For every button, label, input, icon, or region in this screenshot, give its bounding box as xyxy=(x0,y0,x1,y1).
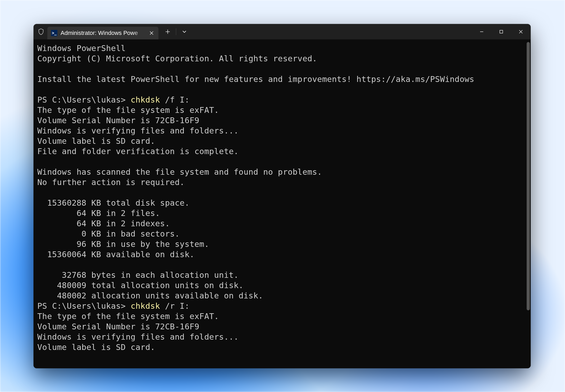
tab-powershell[interactable]: >_ Administrator: Windows Powe xyxy=(47,27,158,39)
terminal-line: 0 KB in bad sectors. xyxy=(37,229,524,239)
titlebar-divider xyxy=(176,28,176,35)
terminal-body[interactable]: Windows PowerShellCopyright (C) Microsof… xyxy=(34,39,531,368)
terminal-line: Volume Serial Number is 72CB-16F9 xyxy=(37,115,524,126)
terminal-line xyxy=(37,64,524,74)
terminal-line: Volume label is SD card. xyxy=(37,342,524,352)
terminal-line: PS C:\Users\lukas> chkdsk /r I: xyxy=(37,301,524,311)
terminal-line: 15360064 KB available on disk. xyxy=(37,249,524,260)
terminal-line: The type of the file system is exFAT. xyxy=(37,105,524,115)
terminal-line: Volume label is SD card. xyxy=(37,136,524,146)
close-window-button[interactable] xyxy=(511,24,531,39)
maximize-button[interactable] xyxy=(491,24,511,39)
command-name: chkdsk xyxy=(131,95,160,104)
terminal-line: The type of the file system is exFAT. xyxy=(37,311,524,321)
new-tab-button[interactable] xyxy=(161,24,175,39)
terminal-line xyxy=(37,156,524,167)
terminal-line xyxy=(37,260,524,270)
tab-close-button[interactable] xyxy=(148,30,155,36)
terminal-line: 480002 allocation units available on dis… xyxy=(37,290,524,301)
terminal-window: >_ Administrator: Windows Powe xyxy=(34,24,531,368)
terminal-line: 32768 bytes in each allocation unit. xyxy=(37,270,524,280)
terminal-line: File and folder verification is complete… xyxy=(37,146,524,156)
terminal-line: Install the latest PowerShell for new fe… xyxy=(37,74,524,84)
terminal-line: Copyright (C) Microsoft Corporation. All… xyxy=(37,53,524,64)
terminal-line: PS C:\Users\lukas> chkdsk /f I: xyxy=(37,95,524,105)
titlebar-tab-actions xyxy=(158,24,192,39)
terminal-line: No further action is required. xyxy=(37,177,524,187)
prompt-text: PS C:\Users\lukas> xyxy=(37,95,131,104)
titlebar[interactable]: >_ Administrator: Windows Powe xyxy=(34,24,531,39)
terminal-line: Volume Serial Number is 72CB-16F9 xyxy=(37,321,524,332)
terminal-output[interactable]: Windows PowerShellCopyright (C) Microsof… xyxy=(37,43,524,368)
window-controls xyxy=(472,24,531,39)
terminal-line: 15360288 KB total disk space. xyxy=(37,198,524,208)
svg-rect-5 xyxy=(500,30,503,33)
powershell-icon: >_ xyxy=(51,30,57,36)
admin-shield-icon xyxy=(37,28,45,35)
vertical-scrollbar-thumb[interactable] xyxy=(527,42,530,310)
command-args: /f I: xyxy=(160,95,189,104)
command-name: chkdsk xyxy=(131,301,160,311)
terminal-line: 64 KB in 2 files. xyxy=(37,208,524,218)
terminal-line: Windows PowerShell xyxy=(37,43,524,53)
minimize-button[interactable] xyxy=(472,24,491,39)
terminal-line: 480009 total allocation units on disk. xyxy=(37,280,524,290)
prompt-text: PS C:\Users\lukas> xyxy=(37,301,131,311)
terminal-line: Windows is verifying files and folders..… xyxy=(37,126,524,136)
terminal-line xyxy=(37,187,524,198)
terminal-line: 64 KB in 2 indexes. xyxy=(37,218,524,229)
terminal-line: Windows is verifying files and folders..… xyxy=(37,332,524,342)
terminal-line xyxy=(37,84,524,95)
tab-dropdown-button[interactable] xyxy=(177,24,192,39)
titlebar-left: >_ Administrator: Windows Powe xyxy=(34,24,158,39)
titlebar-drag-region[interactable] xyxy=(192,24,472,39)
tab-title: Administrator: Windows Powe xyxy=(61,30,145,36)
command-args: /r I: xyxy=(160,301,189,311)
terminal-line: Windows has scanned the file system and … xyxy=(37,167,524,177)
terminal-line: 96 KB in use by the system. xyxy=(37,239,524,249)
